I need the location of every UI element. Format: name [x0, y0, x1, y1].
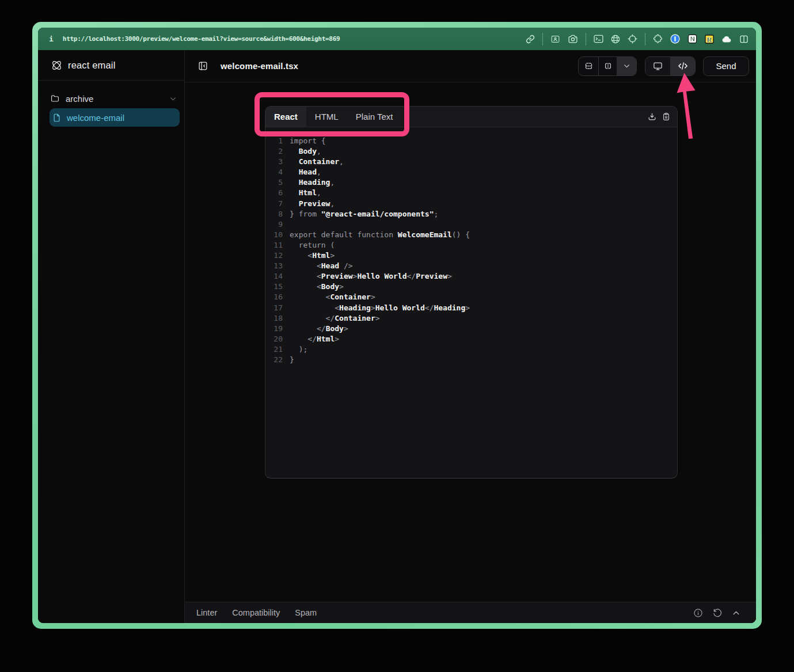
code-line: 4 Head, [265, 167, 677, 177]
svg-text:R: R [706, 35, 712, 43]
code-line-content: <Container> [290, 292, 375, 302]
line-number: 22 [273, 355, 283, 365]
code-line: 20 </Html> [265, 334, 677, 344]
line-number: 19 [273, 324, 283, 334]
code-line: 5 Heading, [265, 177, 677, 188]
line-number: 13 [273, 261, 283, 271]
terminal-icon[interactable] [594, 35, 603, 43]
sidebar: react email archive [38, 50, 185, 623]
sidebar-folder-archive[interactable]: archive [50, 91, 180, 106]
code-line: 11 return ( [265, 240, 677, 250]
code-line: 12 <Html> [265, 250, 677, 261]
line-number: 7 [273, 199, 283, 209]
code-line-content: import { [290, 136, 326, 146]
browser-url-bar[interactable]: i http://localhost:3000/preview/welcome-… [38, 28, 756, 50]
sidebar-item-label: welcome-email [67, 113, 124, 123]
sidebar-item-welcome-email[interactable]: welcome-email [50, 108, 180, 127]
code-line-content: } [290, 355, 294, 365]
info-icon[interactable] [693, 608, 703, 618]
line-number: 18 [273, 313, 283, 324]
globe-icon[interactable] [611, 35, 620, 44]
split-view-icon[interactable] [739, 35, 749, 44]
crosshair-icon[interactable] [628, 34, 637, 44]
size-dropdown-button[interactable] [617, 57, 636, 75]
code-line-content: <Heading>Hello World</Heading> [290, 303, 470, 313]
puzzle-icon[interactable] [653, 34, 663, 44]
browser-toolbar-icons: R [526, 33, 749, 45]
code-line-content: Preview, [290, 199, 335, 209]
code-line: 8} from "@react-email/components"; [265, 209, 677, 219]
line-number: 8 [273, 209, 283, 219]
annotation-arrow [668, 68, 702, 144]
line-number: 3 [273, 157, 283, 167]
status-item-compatibility[interactable]: Compatibility [232, 608, 280, 617]
document-title: welcome-email.tsx [221, 61, 298, 71]
status-bar-icons [693, 608, 740, 618]
code-line-content: Head, [290, 167, 321, 177]
code-line: 14 <Preview>Hello World</Preview> [265, 271, 677, 282]
code-line: 13 <Head /> [265, 261, 677, 271]
line-number: 5 [273, 177, 283, 188]
app-title: react email [68, 60, 116, 71]
code-line: 9 [265, 219, 677, 230]
line-number: 20 [273, 334, 283, 344]
code-line: 18 </Container> [265, 313, 677, 324]
code-line: 2 Body, [265, 146, 677, 157]
code-line: 6 Html, [265, 188, 677, 198]
frame-image-icon[interactable] [550, 35, 560, 44]
line-number: 2 [273, 146, 283, 157]
toolbar-divider [542, 33, 543, 45]
code-line-content: export default function WelcomeEmail() { [290, 230, 470, 240]
page: { "browser": { "info_icon": "i", "url": … [0, 0, 794, 672]
preview-mode-button[interactable] [645, 57, 670, 75]
code-line-content: Container, [290, 157, 344, 167]
folder-icon [51, 94, 59, 102]
cloud-icon[interactable] [721, 35, 732, 43]
code-line-content: <Preview>Hello World</Preview> [290, 271, 452, 282]
chevron-down-icon[interactable] [169, 95, 177, 102]
collapse-sidebar-icon[interactable] [198, 61, 208, 71]
status-bar: Linter Compatibility Spam [185, 602, 756, 623]
code-line-content: Html, [290, 188, 321, 198]
code-line: 7 Preview, [265, 199, 677, 209]
line-number: 1 [273, 136, 283, 146]
content-area: React HTML Plain Text [185, 82, 756, 602]
code-editor[interactable]: 1import {2 Body,3 Container,4 Head,5 Hea… [265, 127, 677, 478]
r-extension-icon[interactable]: R [705, 35, 714, 44]
annotation-highlight-rect [254, 92, 409, 136]
link-icon[interactable] [526, 35, 535, 44]
code-line-content: </Body> [290, 324, 348, 334]
status-item-linter[interactable]: Linter [196, 608, 217, 617]
code-line: 21 ); [265, 344, 677, 355]
toolbar-divider [645, 33, 645, 45]
code-line: 16 <Container> [265, 292, 677, 302]
toolbar-divider [586, 33, 586, 45]
line-number: 17 [273, 303, 283, 313]
download-icon[interactable] [648, 112, 656, 121]
onepassword-icon[interactable] [670, 34, 680, 44]
reset-icon[interactable] [713, 608, 722, 617]
code-line-content: return ( [290, 240, 335, 250]
react-email-logo-icon [51, 59, 63, 71]
sidebar-header: react email [38, 50, 184, 81]
code-line: 3 Container, [265, 157, 677, 167]
code-line-content: </Container> [290, 313, 380, 324]
fit-width-button[interactable] [598, 57, 617, 75]
send-button[interactable]: Send [703, 56, 749, 76]
line-number: 21 [273, 344, 283, 355]
code-panel: React HTML Plain Text [265, 106, 678, 479]
status-item-spam[interactable]: Spam [295, 608, 317, 617]
code-line: 1import { [265, 136, 677, 146]
url-text[interactable]: http://localhost:3000/preview/welcome-em… [63, 35, 340, 43]
code-line: 10export default function WelcomeEmail()… [265, 230, 677, 240]
line-number: 6 [273, 188, 283, 198]
line-number: 16 [273, 292, 283, 302]
file-icon [53, 113, 60, 122]
chevron-up-icon[interactable] [732, 609, 740, 617]
notion-icon[interactable] [687, 34, 697, 44]
camera-icon[interactable] [568, 35, 578, 44]
code-line-content: Body, [290, 146, 321, 157]
fit-height-button[interactable] [579, 57, 598, 75]
line-number: 9 [273, 219, 283, 230]
line-number: 4 [273, 167, 283, 177]
